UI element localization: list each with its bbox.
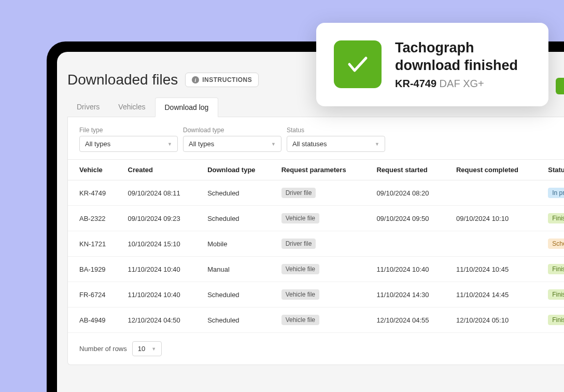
download-log-table: Vehicle Created Download type Request pa… xyxy=(68,159,564,333)
cell-download-type: Scheduled xyxy=(202,180,276,206)
chevron-down-icon: ▼ xyxy=(167,142,172,147)
cell-request-completed: 09/10/2024 10:10 xyxy=(451,206,543,231)
toast-subtitle: KR-4749 DAF XG+ xyxy=(395,78,531,90)
toast-text: Tachograph download finished KR-4749 DAF… xyxy=(395,39,531,90)
cell-vehicle: KR-4749 xyxy=(68,180,123,206)
cell-created: 11/10/2024 10:40 xyxy=(123,257,203,282)
cell-download-type: Scheduled xyxy=(202,307,276,333)
cell-request-parameters: Vehicle file xyxy=(276,307,372,333)
status-badge: Finished xyxy=(548,264,564,274)
param-badge: Vehicle file xyxy=(281,315,319,325)
chevron-down-icon: ▼ xyxy=(375,142,379,147)
cell-created: 09/10/2024 08:11 xyxy=(123,180,203,206)
cell-status: Finished xyxy=(543,282,564,307)
select-value: All types xyxy=(189,140,214,148)
param-badge: Driver file xyxy=(281,188,316,198)
cell-status: Scheduled xyxy=(543,231,564,257)
cell-vehicle: BA-1929 xyxy=(68,257,123,282)
cell-request-started: 09/10/2024 08:20 xyxy=(371,180,451,206)
download-log-panel: File type All types ▼ Download type All … xyxy=(67,117,564,365)
col-vehicle[interactable]: Vehicle xyxy=(68,160,123,180)
cell-created: 09/10/2024 09:23 xyxy=(123,206,203,231)
filters: File type All types ▼ Download type All … xyxy=(68,117,564,159)
cell-download-type: Scheduled xyxy=(202,206,276,231)
cell-request-completed: 11/10/2024 10:45 xyxy=(451,257,543,282)
cell-created: 12/10/2024 04:50 xyxy=(123,307,203,333)
cell-request-parameters: Driver file xyxy=(276,180,372,206)
status-badge: In progress xyxy=(548,188,564,198)
cell-request-parameters: Driver file xyxy=(276,231,372,257)
tab-vehicles[interactable]: Vehicles xyxy=(109,97,154,117)
instructions-button[interactable]: i INSTRUCTIONS xyxy=(185,73,259,87)
param-badge: Vehicle file xyxy=(281,213,319,223)
status-badge: Finished xyxy=(548,289,564,300)
cell-download-type: Mobile xyxy=(202,231,276,257)
cell-status: Finished xyxy=(543,307,564,333)
cell-created: 10/10/2024 15:10 xyxy=(123,231,203,257)
rows-label: Number of rows xyxy=(79,345,127,353)
table-row[interactable]: AB-232209/10/2024 09:23ScheduledVehicle … xyxy=(68,206,564,231)
col-download-type[interactable]: Download type xyxy=(202,160,276,180)
param-badge: Vehicle file xyxy=(281,289,319,300)
filter-label: Status xyxy=(287,127,385,134)
toast-notification[interactable]: Tachograph download finished KR-4749 DAF… xyxy=(316,23,548,106)
cell-vehicle: AB-2322 xyxy=(68,206,123,231)
cell-vehicle: FR-6724 xyxy=(68,282,123,307)
table-footer: Number of rows 10 ▼ xyxy=(68,333,564,365)
cell-download-type: Scheduled xyxy=(202,282,276,307)
tab-drivers[interactable]: Drivers xyxy=(67,97,109,117)
table-row[interactable]: KR-474909/10/2024 08:11ScheduledDriver f… xyxy=(68,180,564,206)
cell-request-parameters: Vehicle file xyxy=(276,257,372,282)
success-check-icon xyxy=(334,40,382,88)
cell-vehicle: KN-1721 xyxy=(68,231,123,257)
cell-created: 11/10/2024 10:40 xyxy=(123,282,203,307)
toast-vehicle: KR-4749 xyxy=(395,78,436,89)
cell-status: Finished xyxy=(543,257,564,282)
col-created[interactable]: Created xyxy=(123,160,203,180)
filter-download-type: Download type All types ▼ xyxy=(183,127,281,152)
table-row[interactable]: AB-494912/10/2024 04:50ScheduledVehicle … xyxy=(68,307,564,333)
instructions-label: INSTRUCTIONS xyxy=(202,76,252,83)
cell-request-started: 12/10/2024 04:55 xyxy=(371,307,451,333)
cell-request-started: 11/10/2024 14:30 xyxy=(371,282,451,307)
rows-value: 10 xyxy=(138,345,145,353)
page-title: Downloaded files xyxy=(67,72,178,88)
download-type-select[interactable]: All types ▼ xyxy=(183,136,281,152)
chevron-down-icon: ▼ xyxy=(271,142,276,147)
cell-request-completed: 11/10/2024 14:45 xyxy=(451,282,543,307)
param-badge: Driver file xyxy=(281,239,316,249)
table-header-row: Vehicle Created Download type Request pa… xyxy=(68,160,564,180)
filter-status: Status All statuses ▼ xyxy=(287,127,385,152)
tab-download-log[interactable]: Download log xyxy=(155,97,219,117)
select-value: All types xyxy=(85,140,110,148)
table-row[interactable]: KN-172110/10/2024 15:10MobileDriver file… xyxy=(68,231,564,257)
cell-status: In progress xyxy=(543,180,564,206)
toast-title: Tachograph download finished xyxy=(395,39,531,75)
filter-label: Download type xyxy=(183,127,281,134)
col-request-parameters[interactable]: Request parameters xyxy=(276,160,372,180)
cell-download-type: Manual xyxy=(202,257,276,282)
col-request-started[interactable]: Request started xyxy=(371,160,451,180)
col-status[interactable]: Status xyxy=(543,160,564,180)
status-badge: Scheduled xyxy=(548,239,564,249)
file-type-select[interactable]: All types ▼ xyxy=(79,136,178,152)
download-button[interactable]: DOWNLOAD xyxy=(556,78,564,94)
param-badge: Vehicle file xyxy=(281,264,319,274)
status-badge: Finished xyxy=(548,213,564,223)
table-row[interactable]: BA-192911/10/2024 10:40ManualVehicle fil… xyxy=(68,257,564,282)
cell-request-completed: 12/10/2024 05:10 xyxy=(451,307,543,333)
info-icon: i xyxy=(192,76,199,83)
col-request-completed[interactable]: Request completed xyxy=(451,160,543,180)
cell-request-started xyxy=(371,231,451,257)
cell-status: Finished xyxy=(543,206,564,231)
chevron-down-icon: ▼ xyxy=(151,346,156,352)
cell-request-parameters: Vehicle file xyxy=(276,206,372,231)
table-row[interactable]: FR-672411/10/2024 10:40ScheduledVehicle … xyxy=(68,282,564,307)
rows-per-page-select[interactable]: 10 ▼ xyxy=(132,341,162,356)
cell-request-started: 09/10/2024 09:50 xyxy=(371,206,451,231)
cell-request-completed xyxy=(451,231,543,257)
status-select[interactable]: All statuses ▼ xyxy=(287,136,385,152)
filter-label: File type xyxy=(79,127,178,134)
cell-vehicle: AB-4949 xyxy=(68,307,123,333)
cell-request-parameters: Vehicle file xyxy=(276,282,372,307)
